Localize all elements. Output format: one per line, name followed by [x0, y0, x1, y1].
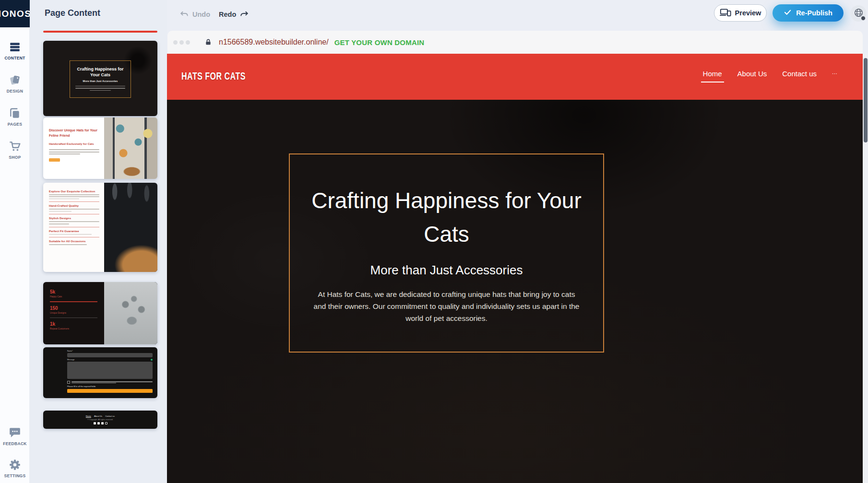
thumb-cat-fur-photo — [104, 183, 157, 272]
undo-button[interactable]: Undo — [179, 9, 210, 19]
design-icon — [9, 74, 21, 86]
thumb-intro-cta-button — [49, 158, 60, 162]
preview-button[interactable]: Preview — [714, 4, 767, 22]
rail-item-content[interactable]: CONTENT — [0, 41, 30, 60]
rail-item-shop[interactable]: SHOP — [0, 140, 30, 160]
ionos-logo-text: IONOS — [0, 9, 30, 19]
left-rail: IONOS CONTENT DESIGN PAGES — [0, 0, 30, 483]
thumb-hero-subtitle: More than Just Accessories — [83, 80, 118, 82]
preview-browser-bar: n1566589.websitebuilder.online/ GET YOUR… — [167, 31, 863, 54]
site-url: n1566589.websitebuilder.online/ — [219, 38, 329, 47]
hero-subtitle[interactable]: More than Just Accessories — [290, 263, 603, 278]
preview-scrollbar-thumb[interactable] — [864, 58, 868, 142]
thumb-form-name-input — [67, 353, 153, 357]
thumb-hero-title: Crafting Happiness for Your Cats — [72, 67, 129, 78]
thumb-feature-heading: Suitable for All Occasions — [49, 239, 99, 243]
shop-cart-icon — [9, 140, 21, 153]
section-thumbnail-list: Crafting Happiness for Your Cats More th… — [43, 41, 157, 429]
section-thumb-intro[interactable]: Discover Unique Hats for Your Feline Fri… — [43, 118, 157, 179]
hero-title[interactable]: Crafting Happiness for Your Cats — [308, 184, 586, 251]
rail-item-pages[interactable]: PAGES — [0, 107, 30, 127]
thumb-stat-value: 150 — [50, 306, 97, 311]
rail-item-feedback[interactable]: FEEDBACK — [0, 426, 30, 446]
rail-item-label: CONTENT — [4, 56, 25, 60]
content-icon — [9, 41, 21, 53]
thumb-footer-links: Home About Us Contact us — [86, 415, 115, 417]
thumb-footer-social-icons — [94, 422, 107, 424]
thumb-form-checkbox — [67, 381, 70, 384]
rail-bottom: FEEDBACK SETTINGS — [0, 426, 30, 483]
rail-nav: CONTENT DESIGN PAGES SHOP — [0, 41, 30, 160]
thumb-form-name-label: Name* — [67, 350, 153, 352]
preview-label: Preview — [735, 9, 761, 17]
site-nav-about[interactable]: About Us — [737, 70, 767, 78]
thumb-hero-selection-frame: Crafting Happiness for Your Cats More th… — [70, 60, 131, 98]
gear-icon — [9, 459, 21, 471]
redo-icon — [239, 9, 249, 19]
redo-label: Redo — [219, 11, 236, 18]
rail-item-label: PAGES — [8, 122, 23, 127]
thumb-feature-heading: Explore Our Exquisite Collection — [49, 189, 99, 193]
ionos-logo[interactable]: IONOS — [0, 0, 30, 27]
thumb-stat-label: Repeat Customers — [50, 328, 97, 330]
thumb-form: Name* Message Please fill in all the req… — [67, 350, 153, 393]
thumb-stat-value: 5k — [50, 289, 97, 295]
hero-selected-block[interactable]: Crafting Happiness for Your Cats More th… — [289, 153, 604, 353]
section-thumb-hero[interactable]: Crafting Happiness for Your Cats More th… — [43, 41, 157, 116]
section-thumb-features[interactable]: Explore Our Exquisite Collection Hand-Cr… — [43, 183, 157, 272]
undo-label: Undo — [192, 11, 210, 18]
thumb-form-emoji-icon — [151, 359, 153, 361]
site-nav-home[interactable]: Home — [703, 70, 722, 78]
thumb-form-send-button — [67, 389, 153, 393]
language-globe-button[interactable] — [850, 5, 867, 22]
browser-traffic-dots — [173, 40, 190, 45]
thumb-feature-heading: Stylish Designs — [49, 216, 99, 220]
section-thumb-contact-form[interactable]: Name* Message Please fill in all the req… — [43, 347, 157, 398]
site-hero-section: Crafting Happiness for Your Cats More th… — [167, 100, 863, 483]
get-domain-link[interactable]: GET YOUR OWN DOMAIN — [334, 38, 425, 47]
rail-item-label: FEEDBACK — [3, 441, 27, 446]
site-nav-more[interactable]: ⋯ — [832, 71, 838, 77]
site-brand-logo[interactable]: HATS FOR CATS — [181, 71, 246, 82]
rail-item-label: SETTINGS — [4, 473, 26, 478]
panel-title: Page Content — [45, 8, 100, 18]
section-insert-divider — [43, 31, 157, 33]
thumb-intro-text: Discover Unique Hats for Your Feline Fri… — [43, 118, 104, 179]
site-nav-contact[interactable]: Contact us — [782, 70, 817, 78]
rail-item-label: SHOP — [9, 155, 21, 160]
thumb-feature-heading: Perfect Fit Guarantee — [49, 229, 99, 233]
thumb-form-message-label: Message — [67, 359, 74, 361]
feedback-icon — [9, 426, 21, 439]
rail-item-label: DESIGN — [7, 89, 23, 94]
thumb-form-validation-text: Please fill in all the required fields — [67, 385, 153, 388]
pages-icon — [9, 107, 21, 119]
redo-button[interactable]: Redo — [219, 9, 249, 19]
thumb-stat-label: Unique Designs — [50, 312, 97, 314]
thumb-stat-label: Happy Cats — [50, 295, 97, 298]
section-thumb-stats[interactable]: 5k Happy Cats 150 Unique Designs 1k Repe… — [43, 282, 157, 344]
thumb-stats-list: 5k Happy Cats 150 Unique Designs 1k Repe… — [43, 282, 104, 344]
thumb-hero-bodylines — [75, 85, 125, 92]
builder-main: Undo Redo Preview Re-Publish — [167, 0, 868, 483]
devices-icon — [720, 8, 731, 18]
hero-body-text[interactable]: At Hats for Cats, we are dedicated to cr… — [312, 288, 581, 324]
rail-item-design[interactable]: DESIGN — [0, 74, 30, 94]
thumb-footer-copyright: © Copyright. All rights reserved. — [87, 419, 113, 421]
thumb-intro-heading: Discover Unique Hats for Your Feline Fri… — [49, 128, 99, 138]
site-header: HATS FOR CATS Home About Us Contact us ⋯ — [167, 54, 863, 100]
check-icon — [784, 8, 792, 18]
thumb-feature-heading: Hand-Crafted Quality — [49, 204, 99, 207]
thumb-paw-print-photo — [104, 282, 157, 344]
republish-label: Re-Publish — [796, 9, 832, 17]
republish-button[interactable]: Re-Publish — [773, 4, 844, 22]
thumb-stat-value: 1k — [50, 321, 97, 327]
thumb-features-list: Explore Our Exquisite Collection Hand-Cr… — [43, 183, 104, 272]
thumb-form-consent-row — [67, 381, 153, 384]
section-thumb-footer[interactable]: Home About Us Contact us © Copyright. Al… — [43, 411, 157, 429]
thumb-intro-bodylines — [49, 149, 99, 154]
thumb-intro-subheading: Handcrafted Exclusively for Cats — [49, 142, 99, 145]
site-nav: Home About Us Contact us ⋯ — [703, 70, 838, 78]
app-window: IONOS CONTENT DESIGN PAGES — [0, 0, 868, 483]
preview-scrollbar-track — [863, 54, 868, 483]
rail-item-settings[interactable]: SETTINGS — [0, 459, 30, 478]
